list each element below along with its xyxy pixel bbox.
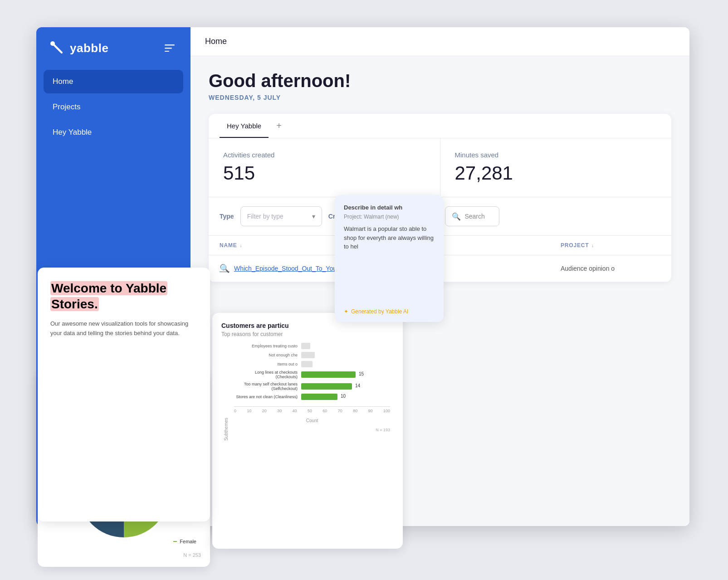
welcome-title: Welcome to Yabble Stories.	[50, 280, 197, 312]
activities-value: 515	[223, 162, 425, 184]
bar-6: 10	[301, 394, 337, 400]
greeting-text: Good afternoon!	[209, 71, 671, 91]
sidebar-nav: Home Projects Hey Yabble	[36, 65, 191, 149]
logo-text: yabble	[70, 41, 108, 55]
topbar: Home	[191, 27, 689, 56]
search-icon: 🔍	[452, 212, 461, 221]
ai-footer: ✦ Generated by Yabble AI	[344, 308, 435, 315]
bar-label-4: Long lines at checkouts (Checkouts)	[234, 370, 298, 379]
sort-icon-name: ↓	[240, 243, 243, 248]
bar-row-2: Not enough che	[234, 352, 390, 358]
bar-2	[301, 352, 315, 358]
chevron-down-icon: ▾	[312, 213, 315, 220]
ai-prompt-label: Describe in detail wh	[344, 204, 435, 211]
sidebar-toggle-button[interactable]	[161, 40, 178, 56]
bar-n-label: N = 193	[234, 428, 390, 432]
svg-rect-4	[165, 51, 169, 52]
bar-chart-container: Subthemes Employees treating custo Not e…	[221, 343, 394, 515]
sidebar-item-hey-yabble[interactable]: Hey Yabble	[44, 121, 183, 144]
bar-row-5: Too many self checkout lanes (Selfchecko…	[234, 382, 390, 391]
tab-add-button[interactable]: +	[272, 119, 286, 133]
welcome-card: Welcome to Yabble Stories. Our awesome n…	[38, 268, 210, 522]
ai-project-label: Project: Walmart (new)	[344, 214, 435, 220]
bar-row-1: Employees treating custo	[234, 343, 390, 349]
svg-rect-2	[165, 44, 175, 46]
svg-rect-3	[165, 48, 172, 49]
minutes-label: Minutes saved	[455, 151, 657, 159]
svg-line-1	[53, 44, 62, 53]
x-axis-labels: Count	[234, 418, 390, 423]
row-search-icon: 🔍	[220, 263, 230, 273]
ai-text: Walmart is a popular sto able to shop fo…	[344, 224, 435, 251]
tabs-bar: Hey Yabble +	[209, 114, 671, 138]
bar-value-5: 14	[355, 383, 360, 388]
sidebar-header: yabble	[36, 27, 191, 65]
welcome-description: Our awesome new visualization tools for …	[50, 319, 197, 338]
col-project-text: PROJECT	[561, 242, 589, 249]
pie-n-label: N = 253	[183, 552, 201, 558]
bar-3	[301, 361, 313, 367]
ai-star-icon: ✦	[344, 308, 348, 315]
sidebar-item-projects[interactable]: Projects	[44, 95, 183, 119]
bar-value-6: 10	[341, 394, 346, 399]
bar-value-4: 15	[359, 371, 364, 376]
bar-label-3: Items out o	[234, 362, 298, 366]
bar-row-4: Long lines at checkouts (Checkouts) 15	[234, 370, 390, 379]
bar-chart-card: Customers are particu Top reasons for cu…	[212, 313, 403, 549]
bar-label-6: Stores are not clean (Cleanliness)	[234, 395, 298, 399]
welcome-title-line2: Stories.	[50, 297, 99, 311]
bar-label-1: Employees treating custo	[234, 344, 298, 348]
minutes-stat: Minutes saved 27,281	[440, 138, 672, 197]
bar-label-5: Too many self checkout lanes (Selfchecko…	[234, 382, 298, 391]
x-axis: 0102030405060708090100	[234, 406, 390, 415]
sidebar-logo: yabble	[49, 40, 108, 56]
sort-icon-project: ↓	[591, 243, 594, 248]
type-filter-label: Type	[220, 213, 234, 220]
row-name-text: Which_Episode_Stood_Out_To_You_T...	[234, 265, 348, 272]
col-name-text: NAME	[220, 242, 237, 249]
bar-1	[301, 343, 310, 349]
type-filter-placeholder: Filter by type	[247, 213, 308, 220]
pie-female-label: Female	[173, 539, 196, 544]
bar-chart-bars: Employees treating custo Not enough che …	[230, 343, 394, 515]
date-text: WEDNESDAY, 5 JULY	[209, 94, 671, 101]
activities-stat: Activities created 515	[209, 138, 440, 197]
bar-4: 15	[301, 371, 356, 378]
welcome-title-line1: Welcome to Yabble	[50, 281, 167, 295]
sidebar-item-home[interactable]: Home	[44, 70, 183, 93]
bar-chart-title: Customers are particu	[221, 322, 394, 329]
search-input[interactable]: 🔍 Search	[445, 206, 499, 226]
bar-row-6: Stores are not clean (Cleanliness) 10	[234, 394, 390, 400]
row-project: Audience opinion o	[561, 265, 660, 272]
bar-5: 14	[301, 383, 352, 390]
y-axis-label: Subthemes	[224, 418, 229, 441]
bar-label-2: Not enough che	[234, 353, 298, 357]
minutes-value: 27,281	[455, 162, 657, 184]
col-project: PROJECT ↓	[561, 242, 660, 249]
tab-hey-yabble[interactable]: Hey Yabble	[220, 114, 269, 138]
activities-label: Activities created	[223, 151, 425, 159]
bar-row-3: Items out o	[234, 361, 390, 367]
search-label: Search	[464, 213, 484, 220]
stats-row: Activities created 515 Minutes saved 27,…	[209, 138, 671, 197]
ai-footer-text: Generated by Yabble AI	[351, 308, 408, 315]
x-axis-label: Count	[306, 418, 318, 423]
bar-chart-subtitle: Top reasons for customer	[221, 331, 394, 337]
type-filter-select[interactable]: Filter by type ▾	[240, 206, 322, 226]
page-title: Home	[205, 37, 227, 46]
ai-card: Describe in detail wh Project: Walmart (…	[335, 195, 444, 322]
yabble-logo-icon	[49, 40, 65, 56]
